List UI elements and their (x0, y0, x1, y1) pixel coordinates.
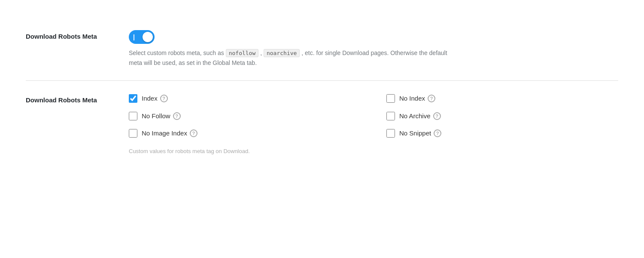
checkboxes-hint: Custom values for robots meta tag on Dow… (129, 147, 618, 156)
nofollow-code: nofollow (226, 49, 259, 57)
no-image-index-help-icon[interactable]: ? (190, 129, 197, 137)
section2-content: Index ? No Index ? No Follow (129, 94, 618, 155)
checkbox-no-index-label[interactable]: No Index ? (399, 94, 435, 104)
checkbox-no-follow-label[interactable]: No Follow ? (142, 111, 181, 121)
no-snippet-help-icon[interactable]: ? (434, 129, 441, 137)
checkboxes-grid: Index ? No Index ? No Follow (129, 94, 618, 138)
toggle-slider (129, 30, 155, 44)
checkbox-no-index[interactable] (386, 94, 395, 103)
checkbox-no-follow[interactable] (129, 112, 137, 120)
checkbox-no-archive[interactable] (386, 112, 395, 120)
index-label-text: Index (142, 94, 158, 104)
checkbox-no-archive-label[interactable]: No Archive ? (399, 111, 441, 121)
no-index-help-icon[interactable]: ? (428, 95, 435, 102)
robots-meta-toggle[interactable]: | (129, 30, 155, 44)
checkbox-item-no-archive: No Archive ? (386, 111, 618, 121)
checkbox-item-no-follow: No Follow ? (129, 111, 361, 121)
noarchive-code: noarchive (264, 49, 300, 57)
section2-label: Download Robots Meta (26, 94, 129, 105)
page-container: Download Robots Meta | Select custom rob… (0, 0, 644, 185)
no-image-index-label-text: No Image Index (142, 129, 187, 138)
checkbox-item-no-image-index: No Image Index ? (129, 129, 361, 138)
no-index-label-text: No Index (399, 94, 425, 104)
section1-content: | Select custom robots meta, such as nof… (129, 30, 618, 68)
checkbox-item-no-snippet: No Snippet ? (386, 129, 618, 138)
index-help-icon[interactable]: ? (160, 95, 168, 102)
checkbox-index-label[interactable]: Index ? (142, 94, 168, 104)
checkbox-item-no-index: No Index ? (386, 94, 618, 104)
robots-meta-toggle-section: Download Robots Meta | Select custom rob… (26, 17, 618, 80)
checkbox-no-snippet[interactable] (386, 129, 395, 138)
checkbox-index[interactable] (129, 94, 137, 103)
section1-label: Download Robots Meta (26, 30, 129, 42)
robots-meta-checkboxes-section: Download Robots Meta Index ? No Index ? (26, 81, 618, 168)
robots-meta-description: Select custom robots meta, such as nofol… (129, 48, 451, 68)
checkbox-item-index: Index ? (129, 94, 361, 104)
no-follow-label-text: No Follow (142, 111, 170, 121)
checkbox-no-snippet-label[interactable]: No Snippet ? (399, 129, 441, 138)
no-archive-label-text: No Archive (399, 111, 431, 121)
no-snippet-label-text: No Snippet (399, 129, 431, 138)
no-archive-help-icon[interactable]: ? (433, 112, 441, 120)
no-follow-help-icon[interactable]: ? (173, 112, 181, 120)
checkbox-no-image-index[interactable] (129, 129, 137, 138)
checkbox-no-image-index-label[interactable]: No Image Index ? (142, 129, 197, 138)
